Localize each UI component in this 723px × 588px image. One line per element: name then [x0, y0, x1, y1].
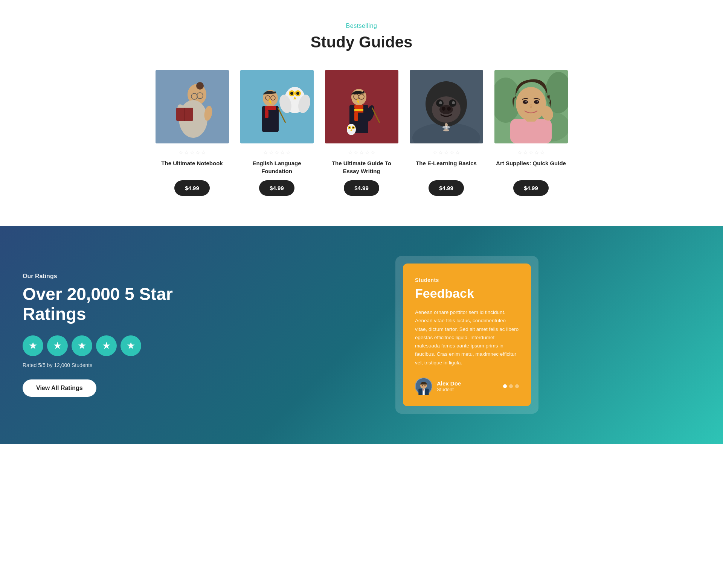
product-card-3: ☆ ☆ ☆ ☆ ☆ The Ultimate Guide To Essay Wr…	[325, 70, 398, 196]
avatar	[415, 378, 432, 395]
star-2-2: ☆	[269, 149, 274, 155]
product-name-2: English Language Foundation	[240, 159, 314, 175]
price-button-2[interactable]: $4.99	[259, 180, 294, 196]
feedback-card-outer: Students Feedback Aenean ornare porttito…	[395, 256, 538, 414]
star-2-3: ☆	[275, 149, 279, 155]
star-5-3: ☆	[529, 149, 534, 155]
reviewer: Alex Doe Student	[415, 378, 461, 395]
svg-point-53	[439, 101, 442, 104]
products-grid: ☆ ☆ ☆ ☆ ☆ The Ultimate Notebook $4.99	[136, 70, 587, 196]
ratings-section: Our Ratings Over 20,000 5 Star Ratings ★…	[0, 226, 723, 444]
product-card-1: ☆ ☆ ☆ ☆ ☆ The Ultimate Notebook $4.99	[156, 70, 229, 196]
stars-5: ☆ ☆ ☆ ☆ ☆	[517, 149, 545, 155]
ratings-label: Our Ratings	[23, 273, 211, 280]
product-image-1	[156, 70, 229, 143]
feedback-category: Students	[415, 277, 519, 283]
svg-point-58	[443, 129, 449, 131]
product-name-1: The Ultimate Notebook	[161, 159, 223, 175]
svg-point-61	[442, 126, 450, 129]
reviewer-name: Alex Doe	[437, 380, 461, 387]
big-star-4: ★	[96, 335, 117, 356]
star-1-5: ☆	[201, 149, 206, 155]
product-card-2: ☆ ☆ ☆ ☆ ☆ English Language Foundation $4…	[240, 70, 314, 196]
product-image-2	[240, 70, 314, 143]
price-button-4[interactable]: $4.99	[429, 180, 464, 196]
star-5-5: ☆	[540, 149, 545, 155]
product-name-5: Art Supplies: Quick Guide	[496, 159, 566, 175]
product-name-3: The Ultimate Guide To Essay Writing	[325, 159, 398, 175]
price-button-3[interactable]: $4.99	[344, 180, 379, 196]
svg-point-70	[523, 100, 528, 104]
svg-point-16	[290, 92, 293, 95]
product-card-4: ☆ ☆ ☆ ☆ ☆ The E-Learning Basics $4.99	[410, 70, 483, 196]
star-1-2: ☆	[184, 149, 189, 155]
svg-point-72	[525, 101, 527, 102]
star-3-1: ☆	[348, 149, 353, 155]
view-all-ratings-button[interactable]: View All Ratings	[23, 379, 96, 397]
pagination-dots	[503, 384, 519, 388]
svg-point-57	[447, 107, 451, 111]
feedback-card: Students Feedback Aenean ornare porttito…	[403, 264, 531, 406]
product-card-5: ☆ ☆ ☆ ☆ ☆ Art Supplies: Quick Guide $4.9…	[494, 70, 568, 196]
star-5-2: ☆	[523, 149, 528, 155]
star-3-5: ☆	[371, 149, 375, 155]
star-2-4: ☆	[280, 149, 285, 155]
section-label: Bestselling	[8, 23, 715, 29]
svg-point-56	[442, 107, 445, 111]
dot-3[interactable]	[515, 384, 519, 388]
big-star-3: ★	[72, 335, 92, 356]
svg-rect-35	[354, 105, 363, 109]
star-4-3: ☆	[444, 149, 449, 155]
big-star-5: ★	[120, 335, 141, 356]
stars-2: ☆ ☆ ☆ ☆ ☆	[263, 149, 291, 155]
price-button-5[interactable]: $4.99	[513, 180, 549, 196]
svg-point-81	[422, 385, 423, 386]
product-name-4: The E-Learning Basics	[416, 159, 477, 175]
svg-rect-26	[265, 106, 276, 110]
svg-rect-67	[510, 119, 552, 143]
big-star-1: ★	[23, 335, 43, 356]
svg-rect-36	[354, 109, 363, 111]
big-star-2: ★	[47, 335, 68, 356]
dot-2[interactable]	[509, 384, 513, 388]
svg-rect-37	[354, 111, 363, 113]
star-1-3: ☆	[190, 149, 195, 155]
star-1-4: ☆	[195, 149, 200, 155]
star-4-2: ☆	[438, 149, 443, 155]
feedback-text: Aenean ornare porttitor sem id tincidunt…	[415, 308, 519, 367]
feedback-footer: Alex Doe Student	[415, 378, 519, 395]
svg-rect-27	[265, 110, 268, 118]
star-4-5: ☆	[455, 149, 460, 155]
stars-3: ☆ ☆ ☆ ☆ ☆	[348, 149, 375, 155]
star-3-4: ☆	[365, 149, 370, 155]
product-image-5	[494, 70, 568, 143]
section-title: Study Guides	[8, 33, 715, 51]
rated-text: Rated 5/5 by 12,000 Students	[23, 362, 211, 368]
star-5-4: ☆	[534, 149, 539, 155]
dot-1[interactable]	[503, 384, 507, 388]
svg-point-71	[534, 100, 539, 104]
svg-point-17	[296, 92, 299, 95]
svg-point-45	[352, 127, 354, 128]
svg-point-54	[452, 101, 455, 104]
star-4-4: ☆	[450, 149, 455, 155]
svg-point-82	[424, 385, 426, 386]
ratings-headline: Over 20,000 5 Star Ratings	[23, 284, 211, 324]
star-1-1: ☆	[178, 149, 183, 155]
stars-4: ☆ ☆ ☆ ☆ ☆	[433, 149, 460, 155]
feedback-title: Feedback	[415, 286, 519, 301]
star-3-2: ☆	[354, 149, 358, 155]
study-guides-section: Bestselling Study Guides	[0, 0, 723, 226]
star-2-5: ☆	[286, 149, 291, 155]
svg-point-73	[537, 101, 538, 102]
svg-rect-75	[545, 106, 548, 114]
star-4-1: ☆	[433, 149, 438, 155]
ratings-left: Our Ratings Over 20,000 5 Star Ratings ★…	[23, 273, 211, 397]
product-image-4	[410, 70, 483, 143]
price-button-1[interactable]: $4.99	[174, 180, 210, 196]
reviewer-role: Student	[437, 387, 461, 392]
svg-rect-7	[185, 108, 185, 121]
reviewer-info: Alex Doe Student	[437, 380, 461, 392]
svg-point-69	[516, 87, 546, 121]
svg-rect-38	[354, 113, 358, 121]
